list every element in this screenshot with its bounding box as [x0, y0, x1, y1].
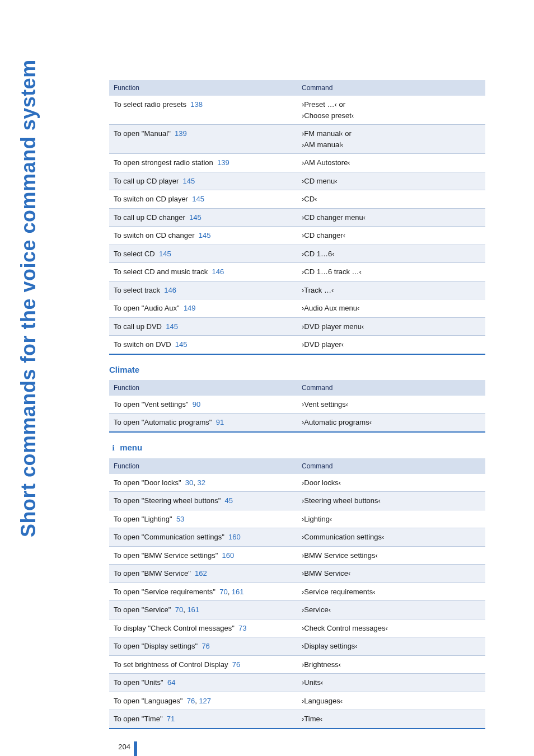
page-link[interactable]: 70: [219, 588, 227, 596]
commands-table-audio: Function Command To select radio presets…: [109, 80, 485, 355]
table-row: To open "Vent settings" 90›Vent settings…: [109, 396, 485, 414]
function-text: To select radio presets: [114, 100, 190, 109]
page-link[interactable]: 146: [164, 286, 176, 294]
command-cell: ›AM Autostore‹: [297, 154, 485, 172]
page-link[interactable]: 162: [195, 569, 207, 577]
command-cell: ›Time‹: [297, 710, 485, 729]
table-row: To switch on CD changer 145›CD changer‹: [109, 227, 485, 245]
section-title-i-menu: i menu: [109, 443, 485, 453]
page-link[interactable]: 145: [183, 177, 195, 185]
function-cell: To open "Communication settings" 160: [109, 528, 297, 547]
page-link[interactable]: 90: [193, 400, 200, 408]
page-link[interactable]: 146: [212, 267, 224, 276]
page-link[interactable]: 53: [176, 515, 184, 523]
function-text: To select CD: [114, 250, 159, 258]
function-cell: To switch on CD changer 145: [109, 227, 297, 245]
page-link[interactable]: 145: [189, 213, 202, 222]
table-row: To open strongest radio station 139›AM A…: [109, 154, 485, 172]
table-row: To open "BMW Service" 162›BMW Service‹: [109, 565, 485, 583]
function-cell: To switch on DVD 145: [109, 336, 297, 354]
command-cell: ›Automatic programs‹: [297, 414, 485, 432]
page-content: Function Command To select radio presets…: [109, 80, 485, 756]
command-cell: ›FM manual‹ or›AM manual‹: [297, 125, 485, 154]
table-row: To open "Lighting" 53›Lighting‹: [109, 510, 485, 528]
section-title-climate: Climate: [109, 365, 485, 374]
page-link[interactable]: 32: [197, 478, 205, 487]
function-text: To open "Door locks": [114, 478, 185, 487]
page-link[interactable]: 64: [167, 678, 175, 687]
function-cell: To open "Manual" 139: [109, 125, 297, 154]
command-cell: ›Display settings‹: [297, 637, 485, 656]
page-link[interactable]: 76: [202, 642, 209, 650]
table-row: To set brightness of Control Display 76›…: [109, 655, 485, 674]
page-link[interactable]: 139: [217, 158, 229, 167]
function-cell: To open "BMW Service" 162: [109, 565, 297, 583]
page-link[interactable]: 160: [228, 533, 241, 541]
page-link[interactable]: 76: [232, 660, 240, 669]
commands-table-climate: Function Command To open "Vent settings"…: [109, 380, 485, 433]
command-cell: ›Lighting‹: [297, 510, 485, 528]
page-link[interactable]: 45: [225, 496, 233, 505]
page-link[interactable]: 145: [192, 195, 204, 203]
function-text: To switch on CD player: [114, 195, 192, 203]
function-text: To call up CD player: [114, 177, 183, 185]
function-text: To open "Automatic programs": [114, 418, 216, 426]
info-icon: i: [109, 443, 118, 453]
function-cell: To call up CD changer 145: [109, 208, 297, 227]
page-link[interactable]: 145: [199, 231, 211, 240]
function-text: To open "Time": [114, 715, 167, 723]
page-link[interactable]: 30: [185, 478, 193, 487]
page-link[interactable]: 161: [232, 588, 244, 596]
command-cell: ›CD changer menu‹: [297, 208, 485, 227]
table-row: To select track 146›Track …‹: [109, 281, 485, 299]
page-link[interactable]: 145: [175, 340, 188, 349]
function-text: To call up DVD: [114, 322, 166, 331]
page-link[interactable]: 145: [159, 250, 171, 258]
page-link[interactable]: 76: [187, 697, 195, 705]
section-title-text: menu: [118, 443, 142, 452]
command-cell: ›Service‹: [297, 601, 485, 619]
command-cell: ›Steering wheel buttons‹: [297, 492, 485, 510]
function-text: To open "Units": [114, 678, 167, 687]
command-cell: ›Audio Aux menu‹: [297, 299, 485, 318]
table-header: Function Command: [109, 80, 485, 96]
page-link[interactable]: 70: [175, 605, 183, 614]
page-link[interactable]: 138: [190, 100, 203, 109]
function-text: To open "Vent settings": [114, 400, 193, 408]
command-cell: ›CD‹: [297, 190, 485, 209]
function-cell: To open "Automatic programs" 91: [109, 414, 297, 432]
table-row: To open "Steering wheel buttons" 45›Stee…: [109, 492, 485, 510]
page-link[interactable]: 149: [184, 304, 196, 312]
page-link[interactable]: 71: [167, 715, 175, 723]
command-cell: ›Check Control messages‹: [297, 619, 485, 637]
function-cell: To select CD 145: [109, 245, 297, 263]
separator: ,: [228, 588, 232, 596]
table-row: To open "Languages" 76, 127›Languages‹: [109, 692, 485, 710]
table-row: To open "Display settings" 76›Display se…: [109, 637, 485, 656]
page-link[interactable]: 161: [187, 605, 199, 614]
page-link[interactable]: 91: [216, 418, 224, 426]
function-cell: To select radio presets 138: [109, 96, 297, 125]
command-cell: ›CD 1…6 track …‹: [297, 263, 485, 281]
table-row: To call up DVD 145›DVD player menu‹: [109, 317, 485, 336]
side-rotated-title: Short commands for the voice command sys…: [17, 59, 40, 537]
table-row: To select CD and music track 146›CD 1…6 …: [109, 263, 485, 281]
function-text: To open "BMW Service": [114, 569, 195, 577]
command-cell: ›Brightness‹: [297, 655, 485, 674]
page-link[interactable]: 73: [238, 624, 246, 632]
command-cell: ›Preset …‹ or›Choose preset‹: [297, 96, 485, 125]
table-row: To open "Communication settings" 160›Com…: [109, 528, 485, 547]
function-cell: To open "Time" 71: [109, 710, 297, 729]
page-link[interactable]: 127: [199, 697, 211, 705]
table-row: To display "Check Control messages" 73›C…: [109, 619, 485, 637]
page-link[interactable]: 160: [222, 551, 234, 560]
function-cell: To select track 146: [109, 281, 297, 299]
page-link[interactable]: 139: [175, 129, 187, 138]
command-cell: ›Units‹: [297, 674, 485, 692]
command-cell: ›DVD player menu‹: [297, 317, 485, 336]
page-link[interactable]: 145: [166, 322, 178, 331]
function-text: To select CD and music track: [114, 267, 212, 276]
command-cell: ›CD changer‹: [297, 227, 485, 245]
command-cell: ›Languages‹: [297, 692, 485, 710]
function-cell: To call up DVD 145: [109, 317, 297, 336]
